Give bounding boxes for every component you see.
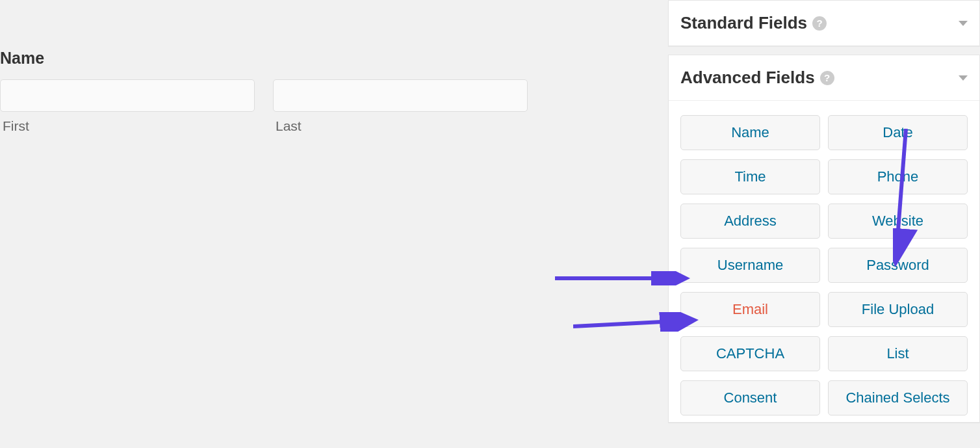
- first-name-input[interactable]: [0, 79, 255, 112]
- standard-fields-header[interactable]: Standard Fields ?: [669, 1, 979, 46]
- name-inputs-row: First Last: [0, 79, 663, 134]
- form-editor: Name First Last: [0, 0, 663, 448]
- standard-fields-title-wrap: Standard Fields ?: [680, 13, 827, 33]
- standard-fields-panel: Standard Fields ?: [668, 0, 980, 46]
- chevron-down-icon: [959, 21, 968, 26]
- field-date-button[interactable]: Date: [828, 115, 968, 150]
- field-captcha-button[interactable]: CAPTCHA: [680, 336, 820, 371]
- first-name-col: First: [0, 79, 255, 134]
- advanced-fields-title-wrap: Advanced Fields ?: [680, 68, 834, 88]
- field-time-button[interactable]: Time: [680, 159, 820, 194]
- field-fileupload-button[interactable]: File Upload: [828, 292, 968, 327]
- name-field-block: Name First Last: [0, 49, 663, 134]
- field-website-button[interactable]: Website: [828, 204, 968, 239]
- advanced-fields-header[interactable]: Advanced Fields ?: [669, 55, 979, 101]
- field-phone-button[interactable]: Phone: [828, 159, 968, 194]
- advanced-fields-grid: Name Date Time Phone Address Website Use…: [680, 115, 968, 415]
- field-chainedselects-button[interactable]: Chained Selects: [828, 380, 968, 415]
- last-name-input[interactable]: [273, 79, 528, 112]
- last-name-col: Last: [273, 79, 528, 134]
- help-icon[interactable]: ?: [812, 16, 827, 31]
- help-icon[interactable]: ?: [820, 71, 834, 85]
- field-label-name: Name: [0, 49, 663, 68]
- field-list-button[interactable]: List: [828, 336, 968, 371]
- field-email-button[interactable]: Email: [680, 292, 820, 327]
- field-consent-button[interactable]: Consent: [680, 380, 820, 415]
- advanced-fields-body: Name Date Time Phone Address Website Use…: [669, 101, 979, 422]
- advanced-fields-title: Advanced Fields: [680, 68, 815, 88]
- field-password-button[interactable]: Password: [828, 248, 968, 283]
- chevron-down-icon: [959, 75, 968, 81]
- field-address-button[interactable]: Address: [680, 204, 820, 239]
- field-name-button[interactable]: Name: [680, 115, 820, 150]
- first-sublabel: First: [0, 118, 255, 134]
- last-sublabel: Last: [273, 118, 528, 134]
- advanced-fields-panel: Advanced Fields ? Name Date Time Phone A…: [668, 55, 980, 423]
- fields-sidebar: Standard Fields ? Advanced Fields ? Name…: [668, 0, 980, 448]
- standard-fields-title: Standard Fields: [680, 13, 807, 33]
- field-username-button[interactable]: Username: [680, 248, 820, 283]
